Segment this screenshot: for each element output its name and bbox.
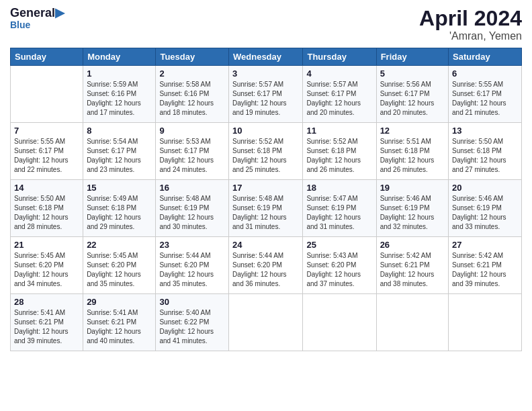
day-number: 20 [452, 183, 518, 193]
day-info: Sunrise: 5:46 AM Sunset: 6:19 PM Dayligh… [452, 194, 518, 232]
day-number: 9 [159, 126, 225, 136]
day-info: Sunrise: 5:55 AM Sunset: 6:17 PM Dayligh… [14, 137, 79, 175]
day-number: 21 [14, 240, 79, 250]
day-cell: 5Sunrise: 5:56 AM Sunset: 6:17 PM Daylig… [376, 66, 448, 123]
logo-text: General▶ [10, 7, 64, 20]
header-row: SundayMondayTuesdayWednesdayThursdayFrid… [11, 48, 522, 66]
day-number: 29 [87, 297, 152, 307]
day-cell: 21Sunrise: 5:45 AM Sunset: 6:20 PM Dayli… [11, 237, 83, 294]
day-cell: 8Sunrise: 5:54 AM Sunset: 6:17 PM Daylig… [83, 123, 156, 180]
day-number: 25 [306, 240, 372, 250]
day-number: 17 [232, 183, 299, 193]
day-info: Sunrise: 5:57 AM Sunset: 6:17 PM Dayligh… [232, 80, 299, 118]
day-cell: 28Sunrise: 5:41 AM Sunset: 6:21 PM Dayli… [11, 294, 83, 351]
day-cell: 19Sunrise: 5:46 AM Sunset: 6:19 PM Dayli… [376, 180, 448, 237]
day-cell: 14Sunrise: 5:50 AM Sunset: 6:18 PM Dayli… [11, 180, 83, 237]
week-row-1: 1Sunrise: 5:59 AM Sunset: 6:16 PM Daylig… [11, 66, 522, 123]
calendar-header: SundayMondayTuesdayWednesdayThursdayFrid… [11, 48, 522, 66]
day-cell: 11Sunrise: 5:52 AM Sunset: 6:18 PM Dayli… [303, 123, 376, 180]
day-cell: 10Sunrise: 5:52 AM Sunset: 6:18 PM Dayli… [229, 123, 303, 180]
day-cell: 20Sunrise: 5:46 AM Sunset: 6:19 PM Dayli… [449, 180, 522, 237]
day-number: 23 [159, 240, 225, 250]
day-number: 8 [87, 126, 152, 136]
day-info: Sunrise: 5:50 AM Sunset: 6:18 PM Dayligh… [14, 194, 79, 232]
day-info: Sunrise: 5:48 AM Sunset: 6:19 PM Dayligh… [159, 194, 225, 232]
day-number: 1 [87, 68, 152, 79]
day-info: Sunrise: 5:52 AM Sunset: 6:18 PM Dayligh… [232, 137, 299, 175]
day-number: 14 [14, 183, 79, 193]
day-cell: 2Sunrise: 5:58 AM Sunset: 6:16 PM Daylig… [156, 66, 229, 123]
day-info: Sunrise: 5:50 AM Sunset: 6:18 PM Dayligh… [452, 137, 518, 175]
day-cell: 16Sunrise: 5:48 AM Sunset: 6:19 PM Dayli… [156, 180, 229, 237]
day-cell: 13Sunrise: 5:50 AM Sunset: 6:18 PM Dayli… [449, 123, 522, 180]
day-cell: 4Sunrise: 5:57 AM Sunset: 6:17 PM Daylig… [303, 66, 376, 123]
day-number: 22 [87, 240, 152, 250]
header-cell-sunday: Sunday [11, 48, 83, 66]
week-row-5: 28Sunrise: 5:41 AM Sunset: 6:21 PM Dayli… [11, 294, 522, 351]
day-cell: 12Sunrise: 5:51 AM Sunset: 6:18 PM Dayli… [376, 123, 448, 180]
week-row-3: 14Sunrise: 5:50 AM Sunset: 6:18 PM Dayli… [11, 180, 522, 237]
logo: General▶ Blue [10, 7, 64, 30]
day-info: Sunrise: 5:59 AM Sunset: 6:16 PM Dayligh… [87, 80, 152, 118]
day-cell: 6Sunrise: 5:55 AM Sunset: 6:17 PM Daylig… [449, 66, 522, 123]
day-cell [11, 66, 83, 123]
day-number: 12 [380, 126, 445, 136]
day-number: 16 [159, 183, 225, 193]
day-info: Sunrise: 5:44 AM Sunset: 6:20 PM Dayligh… [232, 251, 299, 289]
day-cell: 7Sunrise: 5:55 AM Sunset: 6:17 PM Daylig… [11, 123, 83, 180]
day-info: Sunrise: 5:42 AM Sunset: 6:21 PM Dayligh… [380, 251, 445, 289]
logo-subtext: Blue [10, 20, 64, 30]
day-cell: 24Sunrise: 5:44 AM Sunset: 6:20 PM Dayli… [229, 237, 303, 294]
day-info: Sunrise: 5:42 AM Sunset: 6:21 PM Dayligh… [452, 251, 518, 289]
day-number: 26 [380, 240, 445, 250]
day-cell: 30Sunrise: 5:40 AM Sunset: 6:22 PM Dayli… [156, 294, 229, 351]
day-info: Sunrise: 5:46 AM Sunset: 6:19 PM Dayligh… [380, 194, 445, 232]
main-title: April 2024 [419, 7, 522, 30]
day-number: 28 [14, 297, 79, 307]
day-cell: 25Sunrise: 5:43 AM Sunset: 6:20 PM Dayli… [303, 237, 376, 294]
title-block: April 2024 'Amran, Yemen [419, 7, 522, 42]
week-row-2: 7Sunrise: 5:55 AM Sunset: 6:17 PM Daylig… [11, 123, 522, 180]
header-cell-wednesday: Wednesday [229, 48, 303, 66]
header-cell-tuesday: Tuesday [156, 48, 229, 66]
day-info: Sunrise: 5:48 AM Sunset: 6:19 PM Dayligh… [232, 194, 299, 232]
day-number: 15 [87, 183, 152, 193]
day-cell: 29Sunrise: 5:41 AM Sunset: 6:21 PM Dayli… [83, 294, 156, 351]
day-number: 18 [306, 183, 372, 193]
day-info: Sunrise: 5:47 AM Sunset: 6:19 PM Dayligh… [306, 194, 372, 232]
day-info: Sunrise: 5:55 AM Sunset: 6:17 PM Dayligh… [452, 80, 518, 118]
day-info: Sunrise: 5:51 AM Sunset: 6:18 PM Dayligh… [380, 137, 445, 175]
day-cell: 23Sunrise: 5:44 AM Sunset: 6:20 PM Dayli… [156, 237, 229, 294]
header: General▶ Blue April 2024 'Amran, Yemen [10, 7, 522, 42]
day-cell: 15Sunrise: 5:49 AM Sunset: 6:18 PM Dayli… [83, 180, 156, 237]
week-row-4: 21Sunrise: 5:45 AM Sunset: 6:20 PM Dayli… [11, 237, 522, 294]
day-number: 19 [380, 183, 445, 193]
day-cell [303, 294, 376, 351]
day-number: 10 [232, 126, 299, 136]
day-cell: 3Sunrise: 5:57 AM Sunset: 6:17 PM Daylig… [229, 66, 303, 123]
day-info: Sunrise: 5:41 AM Sunset: 6:21 PM Dayligh… [87, 308, 152, 346]
day-number: 30 [159, 297, 225, 307]
day-number: 24 [232, 240, 299, 250]
header-cell-saturday: Saturday [449, 48, 522, 66]
day-number: 4 [306, 68, 372, 79]
subtitle: 'Amran, Yemen [419, 30, 522, 42]
day-cell [229, 294, 303, 351]
calendar-body: 1Sunrise: 5:59 AM Sunset: 6:16 PM Daylig… [11, 66, 522, 351]
header-cell-thursday: Thursday [303, 48, 376, 66]
day-info: Sunrise: 5:40 AM Sunset: 6:22 PM Dayligh… [159, 308, 225, 346]
day-number: 5 [380, 68, 445, 79]
day-number: 6 [452, 68, 518, 79]
header-cell-friday: Friday [376, 48, 448, 66]
day-info: Sunrise: 5:49 AM Sunset: 6:18 PM Dayligh… [87, 194, 152, 232]
day-info: Sunrise: 5:58 AM Sunset: 6:16 PM Dayligh… [159, 80, 225, 118]
day-number: 13 [452, 126, 518, 136]
page-container: General▶ Blue April 2024 'Amran, Yemen S… [0, 0, 532, 411]
day-info: Sunrise: 5:52 AM Sunset: 6:18 PM Dayligh… [306, 137, 372, 175]
day-cell: 9Sunrise: 5:53 AM Sunset: 6:17 PM Daylig… [156, 123, 229, 180]
day-cell: 18Sunrise: 5:47 AM Sunset: 6:19 PM Dayli… [303, 180, 376, 237]
day-info: Sunrise: 5:54 AM Sunset: 6:17 PM Dayligh… [87, 137, 152, 175]
day-info: Sunrise: 5:57 AM Sunset: 6:17 PM Dayligh… [306, 80, 372, 118]
day-number: 11 [306, 126, 372, 136]
day-info: Sunrise: 5:45 AM Sunset: 6:20 PM Dayligh… [14, 251, 79, 289]
